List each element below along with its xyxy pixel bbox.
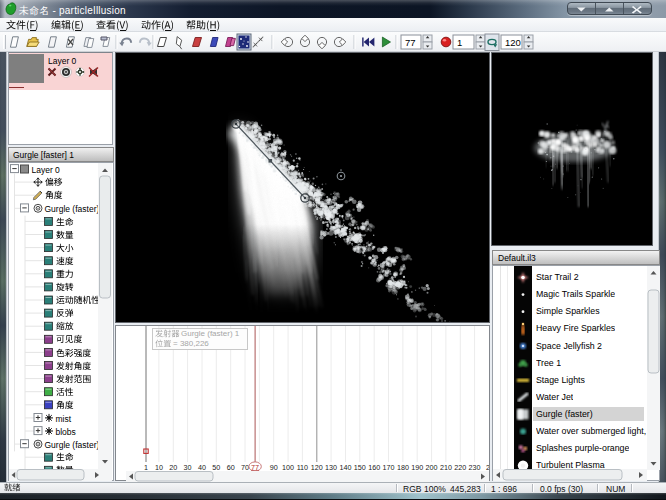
svg-text:120: 120: [505, 37, 521, 48]
svg-text:1: 1: [457, 37, 462, 48]
svg-text:77: 77: [405, 37, 416, 48]
